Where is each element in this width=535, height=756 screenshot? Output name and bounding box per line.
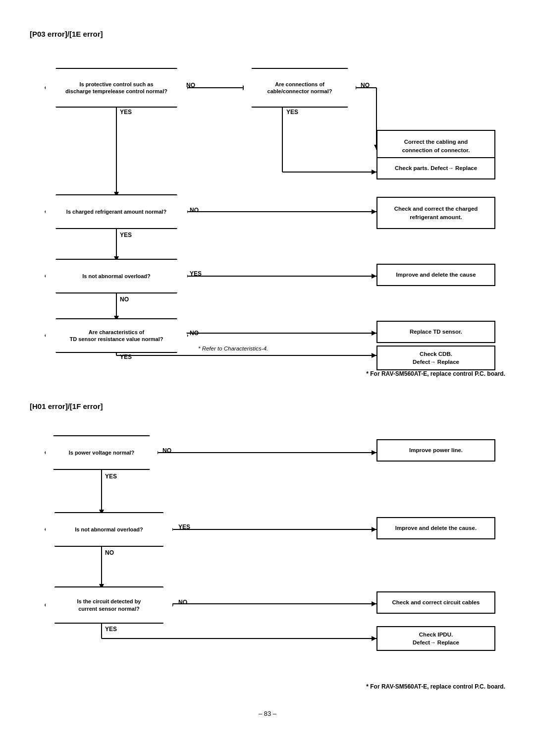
d4-label: Is not abnormal overload?: [82, 273, 151, 280]
svg-marker-32: [372, 601, 376, 606]
d1-node: Is protective control such asdischarge t…: [45, 68, 188, 108]
section2-title: [H01 error]/[1F error]: [30, 402, 505, 410]
d2-b4-label: Check IPDU.Defect→ Replace: [413, 631, 459, 646]
no-label-d2: NO: [361, 82, 370, 89]
b5-label: Replace TD sensor.: [410, 328, 462, 336]
b2-box: Check parts. Defect→ Replace: [376, 157, 495, 179]
svg-marker-35: [372, 636, 376, 641]
d2-yes-d1: YES: [105, 473, 117, 480]
b4-label: Improve and delete the cause: [396, 271, 476, 279]
svg-marker-9: [372, 170, 376, 174]
b4-box: Improve and delete the cause: [376, 264, 495, 286]
svg-marker-28: [372, 527, 376, 532]
d5-label: Are characteristics ofTD sensor resistan…: [70, 329, 163, 343]
d2-b1-label: Improve power line.: [409, 446, 463, 454]
d3-node: Is charged refrigerant amount normal?: [45, 194, 188, 229]
diagram1: Is protective control such asdischarge t…: [30, 53, 505, 360]
diagram2: Is power voltage normal? NO YES Improve …: [30, 425, 505, 673]
no-label-d1: NO: [186, 82, 195, 89]
d2-no-d3: NO: [178, 599, 187, 606]
b6-box: Check CDB.Defect→ Replace: [376, 346, 495, 370]
yes-label-d3: YES: [120, 232, 132, 238]
d2-d1-label: Is power voltage normal?: [69, 449, 135, 456]
d2-yes-d3: YES: [105, 626, 117, 633]
d2-b2-label: Improve and delete the cause.: [395, 524, 477, 532]
b2-label: Check parts. Defect→ Replace: [395, 164, 477, 172]
yes-label-d1: YES: [120, 109, 132, 116]
d4-node: Is not abnormal overload?: [45, 259, 188, 293]
page: [P03 error]/[1E error]: [0, 0, 535, 747]
d2-d2-label: Is not abnormal overload?: [75, 526, 143, 533]
d2-b3-label: Check and correct circuit cables: [392, 598, 480, 606]
svg-marker-19: [372, 331, 376, 336]
no-label-d5: NO: [190, 330, 199, 337]
no-label-d4: NO: [120, 296, 129, 303]
b3-box: Check and correct the chargedrefrigerant…: [376, 197, 495, 229]
yes-label-d4: YES: [190, 270, 202, 277]
d2-b4-box: Check IPDU.Defect→ Replace: [376, 626, 495, 651]
svg-marker-11: [372, 209, 376, 214]
section1-footer: * For RAV-SM560AT-E, replace control P.C…: [30, 370, 505, 377]
d2-b3-box: Check and correct circuit cables: [376, 591, 495, 614]
d2-yes-d2: YES: [178, 523, 190, 530]
b5-box: Replace TD sensor.: [376, 321, 495, 343]
b6-label: Check CDB.Defect→ Replace: [413, 350, 459, 366]
svg-marker-24: [372, 450, 376, 455]
d3-label: Is charged refrigerant amount normal?: [66, 208, 166, 215]
page-number: – 83 –: [30, 710, 505, 717]
d2-b2-box: Improve and delete the cause.: [376, 517, 495, 539]
d2-d1-node: Is power voltage normal?: [45, 435, 159, 470]
d1-label: Is protective control such asdischarge t…: [65, 81, 167, 95]
no-label-d3: NO: [190, 207, 199, 214]
d2-b1-box: Improve power line.: [376, 439, 495, 462]
d2-no-d2: NO: [105, 549, 114, 556]
b1-label: Correct the cabling andconnection of con…: [402, 138, 470, 154]
b3-label: Check and correct the chargedrefrigerant…: [394, 205, 478, 221]
svg-marker-22: [372, 353, 376, 358]
d2-node: Are connections ofcable/connector normal…: [243, 68, 357, 108]
yes-label-d2: YES: [286, 109, 298, 116]
d5-node: Are characteristics ofTD sensor resistan…: [45, 318, 188, 353]
characteristics-note: * Refer to Characteristics-4.: [198, 346, 268, 351]
d2-d3-node: Is the circuit detected bycurrent sensor…: [45, 586, 173, 624]
d2-label: Are connections ofcable/connector normal…: [268, 81, 332, 95]
svg-marker-15: [372, 274, 376, 279]
section1-title: [P03 error]/[1E error]: [30, 30, 505, 38]
d2-d3-label: Is the circuit detected bycurrent sensor…: [77, 598, 141, 612]
d2-d2-node: Is not abnormal overload?: [45, 512, 173, 547]
section2-footer: * For RAV-SM560AT-E, replace control P.C…: [30, 683, 505, 690]
d2-no-d1: NO: [162, 447, 171, 454]
yes-label-d5: YES: [120, 353, 132, 360]
